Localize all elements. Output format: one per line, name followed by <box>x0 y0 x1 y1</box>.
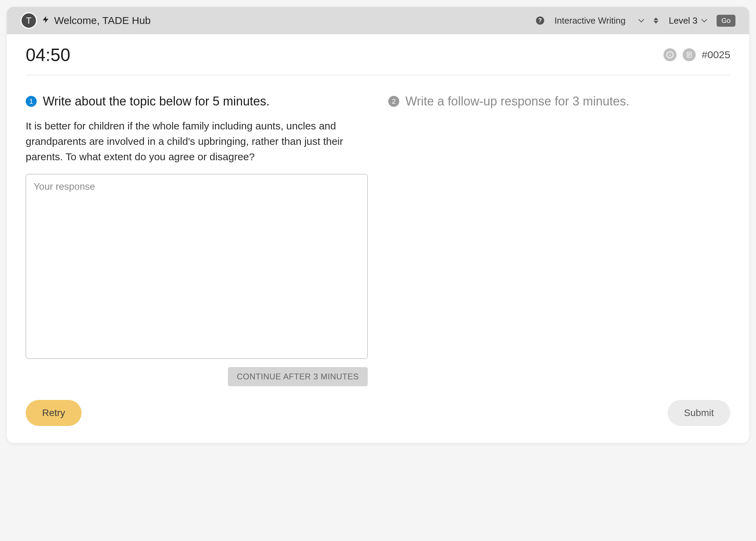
timer-display: 04:50 <box>26 45 70 65</box>
step-2-column: 2 Write a follow-up response for 3 minut… <box>388 94 730 386</box>
step-2-number: 2 <box>388 96 399 107</box>
content-area: 04:50 #0025 <box>7 34 749 443</box>
step-1-number: 1 <box>26 96 37 107</box>
retry-button[interactable]: Retry <box>26 400 82 426</box>
chevron-down-icon <box>638 17 644 23</box>
svg-point-3 <box>670 53 670 54</box>
notes-icon[interactable] <box>683 48 696 61</box>
svg-marker-0 <box>43 17 48 22</box>
bolt-icon <box>42 15 49 26</box>
step-1-title: Write about the topic below for 5 minute… <box>43 94 270 109</box>
response-textarea[interactable] <box>26 174 368 359</box>
level-selector[interactable]: Level 3 <box>669 15 706 26</box>
chevron-down-icon <box>702 17 707 23</box>
header-right: ? Interactive Writing Level 3 Go <box>536 15 735 27</box>
step-1-header: 1 Write about the topic below for 5 minu… <box>26 94 368 109</box>
user-avatar[interactable]: T <box>21 12 37 29</box>
step-2-title: Write a follow-up response for 3 minutes… <box>405 94 630 109</box>
mode-selector[interactable]: Interactive Writing <box>554 15 644 26</box>
welcome-text: Welcome, TADE Hub <box>54 15 531 26</box>
help-icon[interactable]: ? <box>536 16 544 25</box>
mode-label: Interactive Writing <box>554 15 626 26</box>
go-button[interactable]: Go <box>717 15 735 27</box>
step-2-header: 2 Write a follow-up response for 3 minut… <box>388 94 730 109</box>
question-id: #0025 <box>702 49 730 61</box>
step-1-column: 1 Write about the topic below for 5 minu… <box>26 94 368 386</box>
sort-icon[interactable] <box>654 17 658 24</box>
continue-row: CONTINUE AFTER 3 MINUTES <box>26 367 368 386</box>
level-label: Level 3 <box>669 15 697 26</box>
continue-button[interactable]: CONTINUE AFTER 3 MINUTES <box>228 367 368 386</box>
app-container: T Welcome, TADE Hub ? Interactive Writin… <box>7 7 749 443</box>
info-icon[interactable] <box>663 48 676 61</box>
footer-row: Retry Submit <box>26 400 730 426</box>
info-right: #0025 <box>663 48 730 61</box>
header-bar: T Welcome, TADE Hub ? Interactive Writin… <box>7 7 749 34</box>
steps-row: 1 Write about the topic below for 5 minu… <box>26 94 730 386</box>
prompt-text: It is better for children if the whole f… <box>26 118 368 164</box>
info-row: 04:50 #0025 <box>26 45 730 65</box>
submit-button[interactable]: Submit <box>668 400 730 426</box>
divider <box>26 75 730 75</box>
